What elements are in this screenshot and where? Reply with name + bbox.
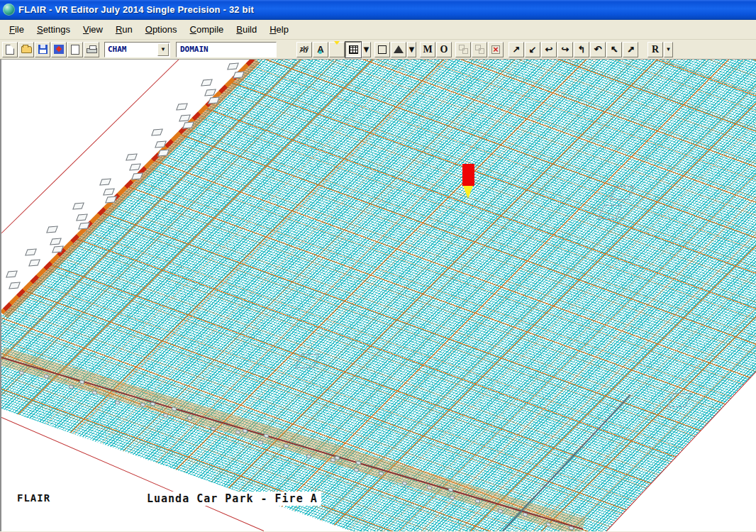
vr-viewport[interactable]: FLAIR Luanda Car Park - Fire A (0, 60, 756, 531)
jet-fan-object[interactable] (6, 271, 18, 278)
probe-position-button[interactable]: A (313, 42, 328, 57)
jet-fan-object[interactable] (50, 238, 62, 245)
print-button[interactable] (84, 42, 99, 57)
toggle-axes-button[interactable]: z|y (296, 42, 312, 57)
mesh-grid-icon (349, 45, 358, 54)
open-folder-icon (21, 46, 32, 53)
probe-marker-icon (334, 45, 340, 55)
letter-o-icon: O (440, 45, 448, 55)
jet-fan-object[interactable] (46, 226, 58, 233)
jet-fan-object[interactable] (151, 129, 163, 136)
menu-help[interactable]: Help (263, 22, 295, 37)
menu-file[interactable]: File (3, 22, 30, 37)
hook-arrow-left-icon: ↩ (545, 45, 553, 54)
probe-tip (463, 186, 473, 199)
solid-object-icon (394, 45, 404, 53)
menu-run[interactable]: Run (109, 22, 139, 37)
menu-view[interactable]: View (77, 22, 109, 37)
earth-solver-icon (54, 45, 64, 54)
reset-view-button[interactable]: R (647, 42, 663, 57)
wireframe-object[interactable] (295, 354, 320, 368)
wireframe-object[interactable] (610, 186, 635, 200)
tilt-up-button[interactable]: ↰ (574, 42, 589, 57)
menu-build[interactable]: Build (230, 22, 263, 37)
dark-edge-line (502, 394, 630, 531)
menu-compile[interactable]: Compile (184, 22, 230, 37)
car-object (91, 390, 97, 395)
duplicate-object-button[interactable] (472, 42, 487, 57)
new-page-icon (6, 45, 14, 55)
small-squares-icon (459, 45, 468, 54)
arrow-ne-icon: ↗ (513, 45, 521, 54)
probe-marker[interactable] (462, 164, 474, 199)
hook-arrow-right-icon: ↪ (562, 45, 569, 54)
toolbar: CHAM ▼ DOMAIN z|yA▼▼MO× ↗↙↩↪↰↶⇜⇝ R ▼ (0, 40, 756, 60)
case-title-label: Luanda Car Park - Fire A (143, 492, 321, 506)
reset-dropdown-button[interactable]: ▼ (664, 42, 673, 57)
arrow-sw-icon: ↙ (529, 45, 537, 54)
run-earth-button[interactable] (51, 42, 67, 57)
delete-object-button[interactable]: × (488, 42, 504, 57)
jet-fan-object[interactable] (76, 214, 88, 221)
solid-dropdown-button[interactable]: ▼ (407, 42, 416, 57)
flair-globe-icon (3, 4, 15, 16)
car-object (18, 370, 24, 375)
menu-bar: FileSettingsViewRunOptionsCompileBuildHe… (0, 20, 756, 40)
zoom-out-button[interactable]: ⇜ (606, 42, 622, 57)
rotate-right-button[interactable]: ↪ (557, 42, 573, 57)
movement-button[interactable]: M (420, 42, 435, 57)
flair-watermark: FLAIR (17, 492, 50, 504)
jet-fan-object[interactable] (103, 189, 115, 196)
squiggle-arrow-sw-icon: ⇜ (608, 43, 621, 55)
jet-fan-object[interactable] (72, 203, 84, 210)
jet-fan-object[interactable] (227, 63, 239, 70)
jet-fan-object[interactable] (126, 154, 138, 161)
object-name-value: DOMAIN (180, 45, 209, 54)
group-objects-button[interactable] (455, 42, 471, 57)
save-button[interactable] (35, 42, 50, 57)
rotate-down-button[interactable]: ↙ (525, 42, 540, 57)
domain-outline-bottom-left (1, 417, 265, 531)
toggle-mesh-button[interactable] (345, 42, 361, 57)
jet-fan-object[interactable] (176, 104, 188, 111)
wireframe-square-icon (378, 45, 387, 54)
jet-fan-object[interactable] (9, 282, 21, 289)
case-combobox[interactable]: CHAM ▼ (104, 42, 170, 57)
solid-view-button[interactable] (391, 42, 406, 57)
reload-case-button[interactable] (67, 42, 83, 57)
title-bar: FLAIR - VR Editor July 2014 Single Preci… (0, 0, 756, 20)
zoom-in-button[interactable]: ⇝ (623, 42, 638, 57)
car-object (353, 467, 359, 472)
printer-icon (87, 48, 97, 53)
mesh-dropdown-button[interactable]: ▼ (362, 42, 371, 57)
jet-fan-object[interactable] (201, 79, 213, 87)
mesh-edge-band (1, 60, 260, 318)
wireframe-button[interactable] (374, 42, 390, 57)
reset-view-label: R (652, 45, 659, 55)
wireframe-object[interactable] (598, 205, 623, 219)
chevron-down-icon[interactable]: ▼ (157, 43, 169, 56)
domain-outline-top-left (1, 60, 179, 233)
wireframe-object[interactable] (667, 393, 692, 407)
object-button[interactable]: O (436, 42, 452, 57)
delete-cross-icon: × (491, 45, 500, 54)
rotate-left-button[interactable]: ↩ (541, 42, 557, 57)
car-object (162, 413, 168, 418)
tilt-down-button[interactable]: ↶ (590, 42, 606, 57)
menu-settings[interactable]: Settings (30, 22, 77, 37)
car-object (68, 384, 74, 389)
car-object (210, 426, 216, 431)
rotate-up-button[interactable]: ↗ (508, 42, 524, 57)
new-file-button[interactable] (2, 42, 18, 57)
jet-fan-object[interactable] (28, 260, 40, 267)
probe-button[interactable] (329, 42, 345, 57)
chevron-down-icon: ▼ (407, 45, 416, 54)
menu-options[interactable]: Options (139, 22, 184, 37)
car-object (114, 400, 120, 405)
open-file-button[interactable] (18, 42, 34, 57)
jet-fan-object[interactable] (25, 249, 37, 256)
curved-arrow-left-icon: ↶ (594, 45, 602, 54)
probe-body (462, 164, 474, 186)
object-name-field[interactable]: DOMAIN (176, 42, 277, 57)
jet-fan-object[interactable] (99, 179, 111, 186)
